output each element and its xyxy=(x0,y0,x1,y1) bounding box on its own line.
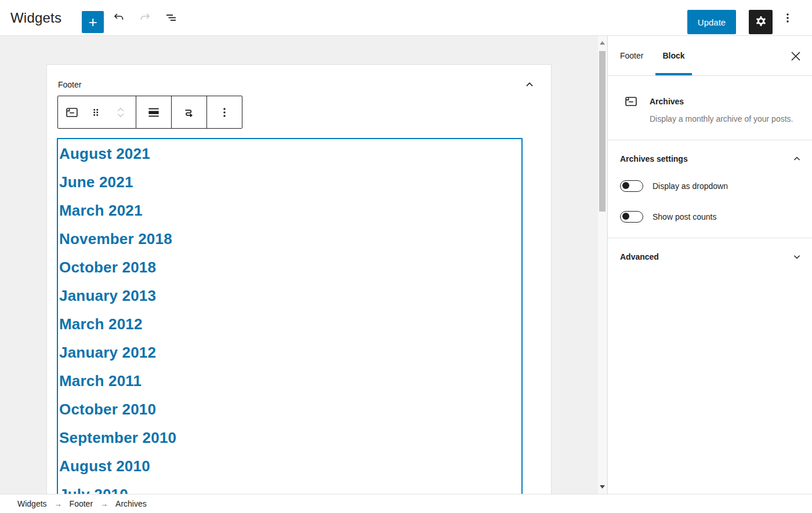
list-item: November 2018 xyxy=(59,225,521,253)
archive-link[interactable]: March 2011 xyxy=(59,372,142,390)
archive-link[interactable]: November 2018 xyxy=(59,230,172,248)
sidebar-tabbar: Footer Block xyxy=(608,36,812,76)
list-item: October 2010 xyxy=(59,395,521,424)
chevron-down-icon xyxy=(791,251,803,263)
block-title: Archives xyxy=(650,94,795,106)
close-sidebar-button[interactable] xyxy=(788,48,804,64)
move-up-icon xyxy=(114,105,127,112)
inserter-plus-icon: + xyxy=(88,13,97,31)
undo-button[interactable] xyxy=(108,8,129,28)
list-item: March 2012 xyxy=(59,310,521,339)
list-item: October 2018 xyxy=(59,253,521,282)
archive-link[interactable]: July 2010 xyxy=(59,486,128,494)
list-item: September 2010 xyxy=(59,424,521,452)
toggle-label: Display as dropdown xyxy=(652,181,728,191)
list-view-button[interactable] xyxy=(161,8,182,28)
toggle-label: Show post counts xyxy=(652,212,717,221)
move-down-icon xyxy=(114,112,127,119)
widget-area-header: Footer xyxy=(47,65,551,92)
list-view-icon xyxy=(164,11,178,25)
breadcrumb-footer[interactable]: Footer xyxy=(70,499,93,508)
widget-area-collapse-button[interactable] xyxy=(521,77,538,93)
canvas-scrollbar[interactable] xyxy=(598,36,607,494)
list-item: August 2010 xyxy=(59,452,521,481)
editor-canvas-area: Footer xyxy=(0,36,812,494)
toggle-knob xyxy=(622,213,629,220)
block-description: Display a monthly archive of your posts. xyxy=(650,113,795,126)
archive-link[interactable]: January 2013 xyxy=(59,287,156,305)
block-toolbar-group-transform xyxy=(172,96,207,128)
chevron-up-icon xyxy=(791,153,803,165)
display-as-dropdown-toggle[interactable] xyxy=(620,180,643,192)
archive-link[interactable]: October 2010 xyxy=(59,401,156,419)
ellipsis-icon xyxy=(217,105,231,119)
block-toolbar-group-options xyxy=(207,96,242,128)
scroll-down-icon[interactable] xyxy=(598,482,607,492)
gear-icon xyxy=(754,15,768,29)
update-button[interactable]: Update xyxy=(687,10,736,34)
tab-footer[interactable]: Footer xyxy=(613,36,650,75)
ellipsis-icon xyxy=(781,11,795,25)
archives-block-selected[interactable]: August 2021 June 2021 March 2021 Novembe… xyxy=(57,138,523,494)
align-button[interactable] xyxy=(136,96,171,128)
drag-handle-icon xyxy=(89,105,102,119)
widget-area-card: Footer xyxy=(46,64,552,494)
archive-link[interactable]: October 2018 xyxy=(59,259,156,276)
panel-title: Advanced xyxy=(620,252,659,261)
advanced-panel-header[interactable]: Advanced xyxy=(620,251,803,263)
list-item: January 2012 xyxy=(59,339,521,367)
scroll-up-icon[interactable] xyxy=(598,38,607,48)
archive-link[interactable]: March 2021 xyxy=(59,202,143,220)
archive-list: August 2021 June 2021 March 2021 Novembe… xyxy=(58,139,521,494)
scrollbar-thumb[interactable] xyxy=(599,51,606,212)
settings-sidebar: Footer Block Archives Display a monthly … xyxy=(607,36,812,494)
archive-link[interactable]: March 2012 xyxy=(59,315,143,333)
transform-button[interactable] xyxy=(172,96,206,128)
breadcrumb-widgets[interactable]: Widgets xyxy=(17,499,47,508)
toggle-row-dropdown: Display as dropdown xyxy=(620,180,803,192)
archive-link[interactable]: August 2021 xyxy=(59,145,150,163)
block-toolbar-group-main xyxy=(58,96,136,128)
archive-link[interactable]: September 2010 xyxy=(59,429,176,447)
undo-icon xyxy=(112,11,126,25)
breadcrumb-archives: Archives xyxy=(115,499,147,508)
transform-icon xyxy=(182,105,197,120)
toggle-row-post-counts: Show post counts xyxy=(620,211,803,223)
list-item: June 2021 xyxy=(59,168,521,197)
options-menu-button[interactable] xyxy=(778,8,798,28)
archive-link[interactable]: August 2010 xyxy=(59,457,150,475)
advanced-panel: Advanced xyxy=(608,238,812,278)
settings-button[interactable] xyxy=(749,10,773,34)
archives-block-icon xyxy=(624,94,639,126)
list-item: July 2010 xyxy=(59,481,521,494)
editor-top-bar: Widgets + Update xyxy=(0,0,812,36)
redo-icon xyxy=(138,11,152,25)
block-switcher-button[interactable] xyxy=(58,96,86,128)
block-toolbar xyxy=(57,96,242,129)
archives-settings-header[interactable]: Archives settings xyxy=(620,153,803,165)
breadcrumb: Widgets → Footer → Archives xyxy=(17,499,147,508)
archive-link[interactable]: January 2012 xyxy=(59,344,156,362)
align-icon xyxy=(146,105,161,120)
add-block-button[interactable]: + xyxy=(82,11,104,33)
show-post-counts-toggle[interactable] xyxy=(620,211,643,223)
block-options-button[interactable] xyxy=(207,96,242,128)
close-icon xyxy=(791,51,801,61)
archives-block-icon xyxy=(64,105,79,120)
toggle-knob xyxy=(622,182,629,189)
widget-area-title: Footer xyxy=(58,80,81,89)
page-title: Widgets xyxy=(10,0,61,35)
drag-handle[interactable] xyxy=(86,96,106,128)
list-item: August 2021 xyxy=(59,140,521,168)
list-item: January 2013 xyxy=(59,282,521,310)
archive-link[interactable]: June 2021 xyxy=(59,173,133,191)
redo-button[interactable] xyxy=(135,8,155,28)
panel-title: Archives settings xyxy=(620,154,688,163)
breadcrumb-separator: → xyxy=(55,500,62,508)
collapse-chevron-icon xyxy=(523,78,536,91)
block-info-card: Archives Display a monthly archive of yo… xyxy=(608,76,812,140)
list-item: March 2021 xyxy=(59,197,521,225)
tab-block[interactable]: Block xyxy=(655,36,691,75)
breadcrumb-separator: → xyxy=(100,500,108,508)
block-movers[interactable] xyxy=(106,96,136,128)
